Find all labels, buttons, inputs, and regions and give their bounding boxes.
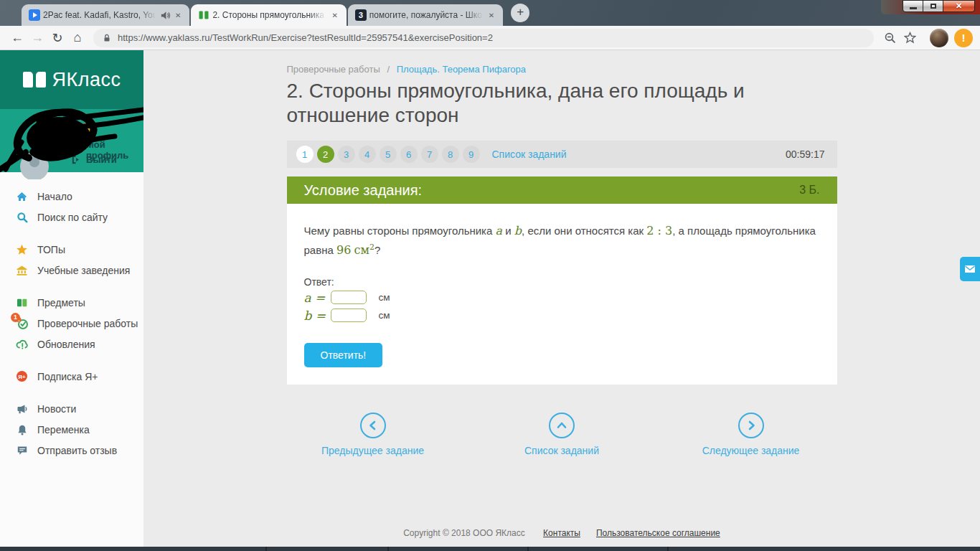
znanija-icon: З [355,9,367,21]
home-icon [15,190,29,203]
page-title: 2. Стороны прямоугольника, дана его площ… [287,79,837,128]
math-fragment: a [496,224,503,237]
bookmark-star-icon[interactable] [900,28,920,48]
task-condition-title: Условие задания: [304,182,423,199]
sidebar-item-label: Переменка [37,424,90,435]
sidebar-item-label: Подписка Я+ [37,371,98,382]
home-button[interactable]: ⌂ [67,30,88,45]
sidebar-item-updates[interactable]: Обновления [0,334,143,354]
answer-row-b: b =см [304,307,820,324]
footer-link[interactable]: Контакты [543,528,580,538]
breadcrumb-parent[interactable]: Проверочные работы [287,64,380,75]
sidebar-item-label: ТОПы [37,244,65,255]
tab-close-icon[interactable]: ✕ [486,10,497,21]
browser-tab-1[interactable]: 2Pac feat. Kadafi, Kastro, You✕ [22,4,189,26]
bottom-nav-chevron-right[interactable]: Следующее задание [665,413,837,456]
bottom-nav-label: Следующее задание [702,445,800,456]
yaklass-logo[interactable]: ЯКласс [0,50,143,109]
score-row: 0 [70,122,91,134]
sidebar-item-star[interactable]: ТОПы [0,239,143,260]
answer-input-b[interactable] [331,309,367,322]
task-points: 3 Б. [799,184,819,197]
tab-close-icon[interactable]: ✕ [329,10,340,21]
tab-close-icon[interactable]: ✕ [172,10,184,21]
exercise-number-1[interactable]: 1 [296,146,314,163]
math-fragment: 96 [336,243,351,257]
bell-icon [15,423,29,436]
task-list-link[interactable]: Список заданий [492,149,567,160]
sidebar-item-school[interactable]: Учебные заведения [0,260,143,281]
bottom-nav-chevron-left[interactable]: Предыдущее задание [287,413,459,456]
sidebar-item-bell[interactable]: Переменка [0,419,143,440]
browser-titlebar: 2Pac feat. Kadafi, Kastro, You✕2. Сторон… [0,0,980,26]
exercise-number-5[interactable]: 5 [380,146,397,163]
chevron-up-icon[interactable] [549,413,575,438]
question-fragment: , если они относятся как [522,225,646,237]
exercise-number-3[interactable]: 3 [338,146,355,163]
score-value: 0 [70,122,75,134]
sidebar-item-search[interactable]: Поиск по сайту [0,207,143,227]
browser-toolbar: ← → ↻ ⌂ https://www.yaklass.ru/TestWorkR… [0,26,980,50]
footer-link[interactable]: Пользовательское соглашение [596,528,720,538]
profile-avatar[interactable] [930,29,948,47]
reload-button[interactable]: ↻ [47,30,67,46]
exercise-number-9[interactable]: 9 [463,146,480,163]
sidebar-item-yaplus[interactable]: Я+Подписка Я+ [0,366,143,387]
yaplus-icon: Я+ [15,370,29,383]
close-button[interactable]: ✕ [943,0,975,12]
exercise-number-8[interactable]: 8 [442,146,459,163]
back-button[interactable]: ← [7,30,27,45]
window-controls: ✕ [903,0,975,12]
chevron-right-icon[interactable] [738,413,764,438]
envelope-icon [964,264,976,274]
submit-answer-button[interactable]: Ответить! [304,343,383,367]
sidebar-item-label: Предметы [37,297,85,309]
chevron-left-icon[interactable] [360,413,386,438]
sidebar-item-label: Учебные заведения [37,265,130,276]
math-fragment: см2 [354,243,374,257]
sidebar-item-tests[interactable]: 11Проверочные работы [0,313,143,334]
forward-button[interactable]: → [27,30,47,45]
exercise-number-6[interactable]: 6 [400,146,418,163]
new-tab-button[interactable]: + [511,4,529,22]
restore-button[interactable] [923,0,943,12]
math-variable-label: b = [304,309,331,323]
tests-icon: 11 [15,317,29,330]
question-fragment: и [502,225,514,237]
tab-title: 2. Стороны прямоугольника, да [212,10,326,20]
logout-link[interactable]: Выйти [70,154,117,165]
sidebar-item-label: Проверочные работы [37,318,138,329]
unit-label: см [379,310,390,321]
breadcrumb-current-link[interactable]: Площадь. Теорема Пифагора [397,64,526,75]
exercise-number-4[interactable]: 4 [359,146,376,163]
browser-tab-3[interactable]: Зпомогите, пожалуйста - Школь✕ [348,4,503,26]
sidebar-item-news[interactable]: Новости [0,398,143,419]
exercise-circles: 123456789 [296,146,484,163]
exercise-number-7[interactable]: 7 [421,146,438,163]
sidebar-item-label: Поиск по сайту [37,212,108,223]
minimize-icon [910,7,917,9]
tab-title: 2Pac feat. Kadafi, Kastro, You [43,10,156,20]
minimize-button[interactable] [903,0,923,12]
browser-tab-2[interactable]: 2. Стороны прямоугольника, да✕ [191,4,346,26]
exercise-number-2[interactable]: 2 [317,146,334,163]
search-icon [15,211,29,224]
yaklass-logo-text: ЯКласс [52,69,121,91]
zoom-icon[interactable] [880,28,900,48]
sidebar-nav: НачалоПоиск по сайтуТОПыУчебные заведени… [0,172,143,547]
bottom-nav-chevron-up[interactable]: Список заданий [476,413,648,456]
sidebar-item-feedback[interactable]: Отправить отзыв [0,440,143,461]
restore-icon [930,4,936,9]
feedback-icon [15,444,29,457]
taskbar-strip[interactable] [0,547,980,551]
sidebar-item-books[interactable]: Предметы [0,292,143,313]
bottom-nav: Предыдущее заданиеСписок заданийСледующе… [287,413,837,456]
footer-links: КонтактыПользовательское соглашение [527,528,720,538]
browser-alert-button[interactable]: ! [954,29,973,47]
feedback-widget-button[interactable] [960,257,980,281]
bottom-nav-label: Список заданий [524,445,599,456]
address-bar[interactable]: https://www.yaklass.ru/TestWorkRun/Exerc… [93,29,874,47]
math-fragment: b [514,224,522,237]
answer-input-a[interactable] [331,291,367,304]
sidebar-item-home[interactable]: Начало [0,186,143,207]
